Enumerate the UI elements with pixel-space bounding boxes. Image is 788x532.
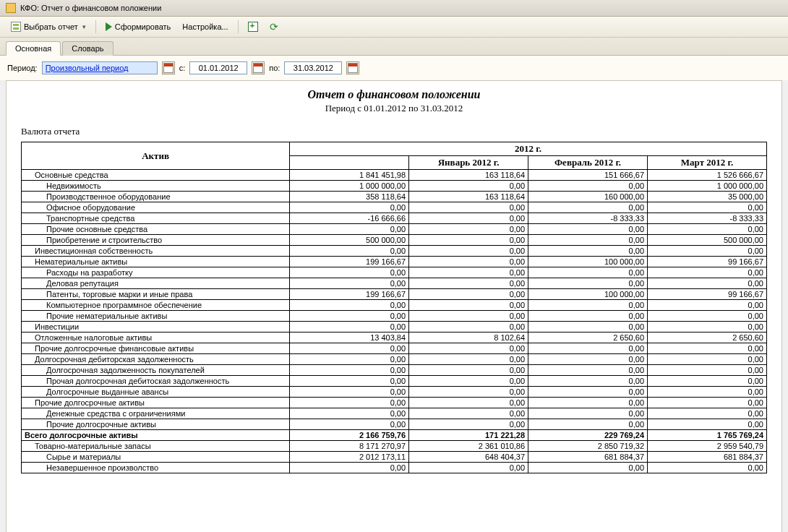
table-row[interactable]: Денежные средства с ограничениями0,000,0… <box>22 408 767 419</box>
tab-dictionary[interactable]: Словарь <box>62 41 113 56</box>
row-value: 0,00 <box>290 224 409 235</box>
table-row[interactable]: Отложенные налоговые активы13 403,848 10… <box>22 332 767 343</box>
table-row[interactable]: Долгосрочные выданные авансы0,000,000,00… <box>22 387 767 398</box>
to-label: по: <box>269 64 280 72</box>
row-label: Деловая репутация <box>22 278 290 289</box>
row-label: Прочие основные средства <box>22 224 290 235</box>
row-label: Денежные средства с ограничениями <box>22 408 290 419</box>
row-value: 0,00 <box>528 202 648 213</box>
table-row[interactable]: Прочие долгосрочные активы0,000,000,000,… <box>22 419 767 430</box>
row-value: 163 118,64 <box>409 170 528 181</box>
row-label: Инвестиции <box>22 322 290 332</box>
tab-main[interactable]: Основная <box>6 41 61 56</box>
row-value: 1 000 000,00 <box>290 181 409 192</box>
row-value: 0,00 <box>409 376 528 387</box>
period-type-picker[interactable] <box>162 61 175 74</box>
table-row[interactable]: Основные средства1 841 451,98163 118,641… <box>22 170 767 181</box>
row-value: 0,00 <box>290 419 409 430</box>
row-value: 163 118,64 <box>409 192 528 202</box>
generate-button[interactable]: Сформировать <box>100 20 176 33</box>
table-row[interactable]: Инвестиции0,000,000,000,00 <box>22 322 767 332</box>
row-label: Сырье и материалы <box>22 452 290 463</box>
row-value: 0,00 <box>648 202 767 213</box>
row-value: 99 166,67 <box>648 257 767 267</box>
settings-button[interactable]: Настройка... <box>177 20 233 33</box>
col-total <box>290 156 409 170</box>
row-value: 0,00 <box>409 354 528 365</box>
add-button[interactable] <box>243 20 263 34</box>
row-value: 0,00 <box>528 311 648 322</box>
row-value: 0,00 <box>290 322 409 332</box>
table-row[interactable]: Приобретение и строительство500 000,000,… <box>22 235 767 246</box>
refresh-button[interactable] <box>265 20 285 34</box>
row-value: 0,00 <box>528 267 648 278</box>
table-row[interactable]: Прочая долгосрочная дебитоская задолженн… <box>22 376 767 387</box>
period-bar: Период: с: по: <box>0 56 788 80</box>
table-row[interactable]: Прочие нематериальные активы0,000,000,00… <box>22 311 767 322</box>
date-to-input[interactable] <box>284 61 342 74</box>
row-label: Долгосрочная дебиторская задолженность <box>22 354 290 365</box>
table-row[interactable]: Сырье и материалы2 012 173,11648 404,376… <box>22 452 767 463</box>
row-value: -8 333,33 <box>528 213 648 224</box>
row-value: 0,00 <box>409 213 528 224</box>
row-label: Транспортные средства <box>22 213 290 224</box>
date-from-input[interactable] <box>189 61 247 74</box>
date-from-picker[interactable] <box>252 61 265 74</box>
table-row[interactable]: Прочие долгосрочные финансовые активы0,0… <box>22 343 767 354</box>
table-row[interactable]: Расходы на разработку0,000,000,000,00 <box>22 267 767 278</box>
row-value: 199 166,67 <box>290 289 409 300</box>
report-currency-label: Валюта отчета <box>7 124 781 142</box>
row-value: 0,00 <box>648 408 767 419</box>
row-value: 151 666,67 <box>528 170 648 181</box>
select-report-button[interactable]: Выбрать отчет <box>6 20 91 34</box>
row-value: 2 166 759,76 <box>290 430 409 441</box>
row-value: 0,00 <box>528 365 648 376</box>
row-value: 8 171 270,97 <box>290 441 409 452</box>
period-type-select[interactable] <box>42 61 158 74</box>
table-row[interactable]: Всего долгосрочные активы2 166 759,76171… <box>22 430 767 441</box>
row-label: Инвестиционная собственность <box>22 246 290 257</box>
row-value: 2 650,60 <box>648 332 767 343</box>
table-row[interactable]: Прочие основные средства0,000,000,000,00 <box>22 224 767 235</box>
row-value: 0,00 <box>409 267 528 278</box>
row-value: 0,00 <box>528 419 648 430</box>
app-icon <box>6 3 16 13</box>
table-row[interactable]: Деловая репутация0,000,000,000,00 <box>22 278 767 289</box>
row-value: 0,00 <box>528 463 648 473</box>
table-row[interactable]: Транспортные средства-16 666,660,00-8 33… <box>22 213 767 224</box>
row-value: 500 000,00 <box>290 235 409 246</box>
table-row[interactable]: Производственное оборудование358 118,641… <box>22 192 767 202</box>
row-label: Отложенные налоговые активы <box>22 332 290 343</box>
generate-label: Сформировать <box>115 22 171 31</box>
table-row[interactable]: Инвестиционная собственность0,000,000,00… <box>22 246 767 257</box>
table-row[interactable]: Патенты, торговые марки и иные права199 … <box>22 289 767 300</box>
refresh-icon <box>270 22 280 32</box>
table-row[interactable]: Долгосрочная задолженность покупателей0,… <box>22 365 767 376</box>
row-value: 0,00 <box>528 398 648 408</box>
date-to-picker[interactable] <box>346 61 359 74</box>
table-row[interactable]: Недвижимость1 000 000,000,000,001 000 00… <box>22 181 767 192</box>
row-value: 0,00 <box>648 463 767 473</box>
table-row[interactable]: Офисное оборудование0,000,000,000,00 <box>22 202 767 213</box>
table-row[interactable]: Товарно-материальные запасы8 171 270,972… <box>22 441 767 452</box>
table-row[interactable]: Компьютерное программное обеспечение0,00… <box>22 300 767 311</box>
row-value: 0,00 <box>290 376 409 387</box>
row-value: 0,00 <box>409 300 528 311</box>
row-value: 681 884,37 <box>528 452 648 463</box>
calendar-icon <box>253 63 263 73</box>
table-row[interactable]: Нематериальные активы199 166,670,00100 0… <box>22 257 767 267</box>
row-value: 2 361 010,86 <box>409 441 528 452</box>
row-value: 0,00 <box>528 235 648 246</box>
select-report-label: Выбрать отчет <box>24 22 78 31</box>
row-value: 0,00 <box>409 311 528 322</box>
table-row[interactable]: Прочие долгосрочные активы0,000,000,000,… <box>22 398 767 408</box>
table-row[interactable]: Долгосрочная дебиторская задолженность0,… <box>22 354 767 365</box>
row-value: 199 166,67 <box>290 257 409 267</box>
row-value: 13 403,84 <box>290 332 409 343</box>
table-row[interactable]: Незавершенное произволство0,000,000,000,… <box>22 463 767 473</box>
row-value: 0,00 <box>648 246 767 257</box>
window-title: КФО: Отчет о финансовом положении <box>20 4 161 12</box>
report-area[interactable]: Отчет о финансовом положении Период с 01… <box>6 80 782 532</box>
row-value: 0,00 <box>409 235 528 246</box>
row-value: 0,00 <box>290 365 409 376</box>
